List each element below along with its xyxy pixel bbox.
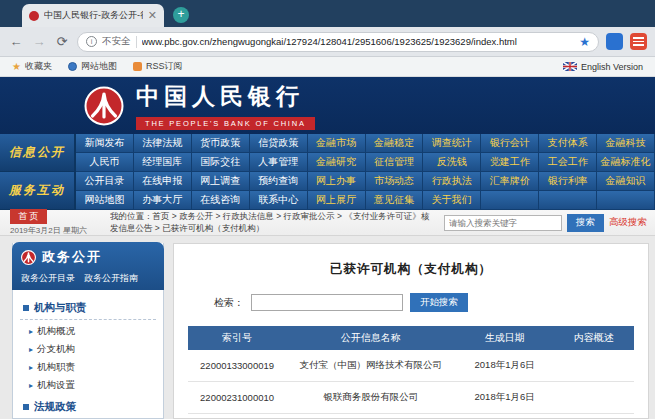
nav-item[interactable]: 金融市场 — [308, 134, 366, 153]
browser-tab[interactable]: 中国人民银行-政务公开-行政执法 ✕ — [22, 4, 164, 27]
address-bar[interactable]: i 不安全 www.pbc.gov.cn/zhengwugongkai/1279… — [77, 32, 599, 52]
nav-item[interactable]: 调查统计 — [423, 134, 481, 153]
flag-icon — [563, 62, 577, 71]
sidebar-group-heading: 机构与职责 — [20, 298, 156, 320]
nav-item[interactable]: 党建工作 — [481, 153, 539, 172]
nav-cell-empty — [481, 191, 539, 210]
nav-item[interactable]: 银行利率 — [539, 172, 597, 191]
back-icon[interactable]: ← — [8, 34, 24, 49]
extension-icon[interactable] — [606, 33, 623, 50]
bookmark-label: RSS订阅 — [146, 60, 183, 73]
nav-item[interactable]: 反洗钱 — [423, 153, 481, 172]
nav-item[interactable]: 新闻发布 — [76, 134, 134, 153]
home-button[interactable]: 首 页 — [10, 209, 47, 224]
bookmark-item[interactable]: 网站地图 — [68, 60, 117, 73]
column-header: 生成日期 — [456, 326, 554, 350]
bookmark-item[interactable]: RSS订阅 — [133, 60, 183, 73]
arrow-icon: ▸ — [29, 363, 33, 372]
nav-item[interactable]: 汇率牌价 — [481, 172, 539, 191]
info-name-cell[interactable]: 银联商务股份有限公司 — [286, 382, 455, 414]
license-table: 索引号公开信息名称生成日期内容概述 22000133000019支付宝（中国）网… — [188, 326, 634, 419]
nav-item[interactable]: 征信管理 — [366, 153, 424, 172]
sidebar-top-links: 政务公开目录 政务公开指南 — [21, 266, 155, 285]
url-text[interactable]: www.pbc.gov.cn/zhengwugongkai/127924/128… — [142, 36, 575, 47]
site-search: 搜索 高级搜索 — [444, 214, 647, 232]
nav-item[interactable]: 经理国库 — [134, 153, 192, 172]
breadcrumb[interactable]: 我的位置：首页 > 政务公开 > 行政执法信息 > 行政审批公示 > 《支付业务… — [110, 211, 436, 233]
search-input[interactable] — [444, 215, 562, 231]
star-icon: ★ — [12, 62, 21, 72]
nav-section-label: 服务互动 — [0, 172, 76, 210]
nav-item[interactable]: 人事管理 — [250, 153, 308, 172]
summary-cell — [554, 350, 634, 382]
sidebar-link-guide[interactable]: 政务公开指南 — [84, 272, 138, 285]
sidebar-body: 机构与职责▸机构概况▸分支机构▸机构职责▸机构设置法规政策▸法律法规 — [13, 290, 163, 418]
nav-item[interactable]: 工会工作 — [539, 153, 597, 172]
nav-item[interactable]: 法律法规 — [134, 134, 192, 153]
sidebar-link[interactable]: ▸机构职责 — [13, 358, 163, 376]
nav-item[interactable]: 网上办事 — [308, 172, 366, 191]
arrow-icon: ▸ — [29, 345, 33, 354]
nav-item[interactable]: 关于我们 — [423, 191, 481, 210]
info-name-cell[interactable]: 资和信电子支付有限公司 — [286, 414, 455, 419]
sidebar-link[interactable]: ▸机构概况 — [13, 322, 163, 340]
forward-icon[interactable]: → — [31, 34, 47, 49]
info-name-cell[interactable]: 支付宝（中国）网络技术有限公司 — [286, 350, 455, 382]
table-header-row: 索引号公开信息名称生成日期内容概述 — [188, 326, 634, 350]
section-bullet-icon — [23, 404, 29, 410]
retrieve-input[interactable] — [251, 294, 403, 311]
reload-icon[interactable]: ⟳ — [54, 34, 70, 49]
advanced-search-link[interactable]: 高级搜索 — [609, 216, 647, 229]
tab-close-icon[interactable]: ✕ — [148, 10, 157, 21]
bookmark-item[interactable]: ★收藏夹 — [12, 60, 52, 73]
nav-item[interactable]: 联系中心 — [250, 191, 308, 210]
nav-item[interactable]: 在线申报 — [134, 172, 192, 191]
nav-item[interactable]: 银行会计 — [481, 134, 539, 153]
english-version-link[interactable]: English Version — [563, 62, 643, 72]
nav-item[interactable]: 网上展厅 — [308, 191, 366, 210]
index-number-cell: 22000311000013 — [188, 414, 286, 419]
nav-item[interactable]: 在线咨询 — [192, 191, 250, 210]
nav-item[interactable]: 公开目录 — [76, 172, 134, 191]
nav-item[interactable]: 预约查询 — [250, 172, 308, 191]
browser-menu-icon[interactable] — [630, 33, 647, 50]
summary-cell — [554, 414, 634, 419]
nav-item[interactable]: 人民币 — [76, 153, 134, 172]
nav-item[interactable]: 办事大厅 — [134, 191, 192, 210]
site-name-en: THE PEOPLE'S BANK OF CHINA — [136, 117, 315, 130]
sidebar: 政务公开 政务公开目录 政务公开指南 机构与职责▸机构概况▸分支机构▸机构职责▸… — [12, 243, 164, 419]
nav-item[interactable]: 市场动态 — [366, 172, 424, 191]
nav-item[interactable]: 货币政策 — [192, 134, 250, 153]
sidebar-title-row: 政务公开 — [21, 248, 155, 266]
search-button[interactable]: 搜索 — [567, 214, 604, 232]
bookmark-star-icon[interactable]: ★ — [579, 35, 590, 49]
sidebar-group-heading: 法规政策 — [20, 397, 156, 418]
sidebar-link[interactable]: ▸机构设置 — [13, 376, 163, 394]
index-number-cell: 22000231000010 — [188, 382, 286, 414]
nav-item[interactable]: 支付体系 — [539, 134, 597, 153]
nav-item[interactable]: 国际交往 — [192, 153, 250, 172]
nav-item[interactable]: 金融稳定 — [366, 134, 424, 153]
globe-icon — [68, 62, 77, 71]
nav-item[interactable]: 金融标准化 — [597, 153, 655, 172]
nav-item[interactable]: 行政执法 — [423, 172, 481, 191]
retrieve-button[interactable]: 开始搜索 — [410, 293, 468, 312]
nav-item[interactable]: 意见征集 — [366, 191, 424, 210]
summary-cell — [554, 382, 634, 414]
info-icon[interactable]: i — [86, 36, 97, 47]
sidebar-link[interactable]: ▸分支机构 — [13, 340, 163, 358]
sidebar-title: 政务公开 — [42, 248, 102, 266]
arrow-icon: ▸ — [29, 327, 33, 336]
nav-item[interactable]: 金融科技 — [597, 134, 655, 153]
nav-item[interactable]: 金融研究 — [308, 153, 366, 172]
nav-item[interactable]: 网站地图 — [76, 191, 134, 210]
pbc-emblem-small-icon — [21, 250, 36, 265]
english-version-label: English Version — [581, 62, 643, 72]
site-header: 中国人民银行 THE PEOPLE'S BANK OF CHINA — [0, 77, 655, 134]
sidebar-link-catalog[interactable]: 政务公开目录 — [21, 272, 75, 285]
nav-item[interactable]: 信贷政策 — [250, 134, 308, 153]
nav-item[interactable]: 金融知识 — [597, 172, 655, 191]
new-tab-button[interactable]: + — [173, 7, 189, 23]
nav-cell-empty — [597, 191, 655, 210]
nav-item[interactable]: 网上调查 — [192, 172, 250, 191]
